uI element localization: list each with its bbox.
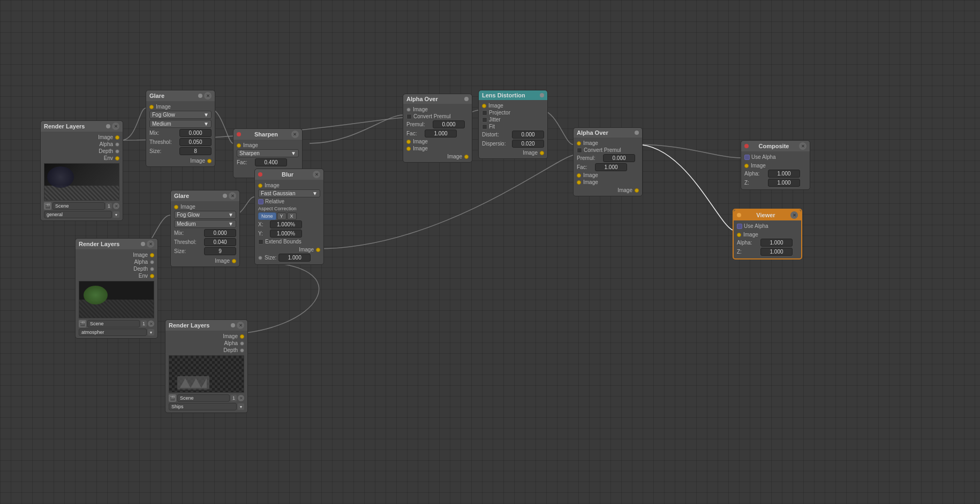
composite-close[interactable]: ✕ xyxy=(799,142,806,150)
blur-aspect-none[interactable]: None xyxy=(258,212,276,220)
glare-1-close[interactable]: ✕ xyxy=(204,92,212,100)
render-layers-2-scene-close[interactable]: ✕ xyxy=(148,320,154,327)
alpha-over-2-body: Image Convert Premul Premul: 0.000 Fac: … xyxy=(574,138,642,196)
glare-2-type[interactable]: Fog Glow ▼ xyxy=(174,211,236,219)
blur-extend-check[interactable] xyxy=(258,239,263,245)
alpha-over-1-premul[interactable]: 0.000 xyxy=(433,120,465,128)
render-layers-3-close[interactable]: ✕ xyxy=(237,322,244,329)
alpha-over-1-image-out-socket[interactable] xyxy=(464,155,469,159)
blur-image-in-socket[interactable] xyxy=(258,184,262,188)
glare-1-image-in-socket[interactable] xyxy=(149,105,154,109)
lens-distortion-node: Lens Distortion Image Projector Jitter F… xyxy=(478,90,548,159)
glare-1-type[interactable]: Fog Glow ▼ xyxy=(149,111,212,119)
lens-distortion-distort[interactable]: 0.000 xyxy=(512,131,544,139)
blur-image-out-socket[interactable] xyxy=(316,248,320,252)
composite-use-alpha-row: Use Alpha xyxy=(744,154,806,161)
lens-distortion-body: Image Projector Jitter Fit Distort: 0.00… xyxy=(479,100,547,158)
render-layers-1-scene-bar: 🎬 Scene 1 ✕ xyxy=(44,202,119,210)
blur-x[interactable]: 1.000% xyxy=(270,220,302,228)
render-layers-3-alpha-socket[interactable] xyxy=(240,341,244,346)
sharpen-image-in-socket[interactable] xyxy=(237,143,241,148)
sharpen-title: Sharpen xyxy=(254,131,278,138)
render-layers-1-alpha-socket[interactable] xyxy=(115,142,119,147)
blur-aspect-x[interactable]: X xyxy=(287,212,297,220)
render-layers-2-alpha-socket[interactable] xyxy=(150,260,154,264)
alpha-over-2-fac-row: Fac: 1.000 xyxy=(577,163,639,172)
composite-z[interactable]: 1.000 xyxy=(768,179,800,187)
render-layers-1-scene[interactable]: Scene xyxy=(52,202,105,210)
glare-1-image-out-socket[interactable] xyxy=(207,159,212,163)
render-layers-1-env-socket[interactable] xyxy=(115,156,119,161)
alpha-over-2-convert-check[interactable] xyxy=(577,148,582,153)
glare-2-close[interactable]: ✕ xyxy=(229,192,236,200)
glare-2-image-out-socket[interactable] xyxy=(232,259,236,263)
render-layers-2-scene[interactable]: Scene xyxy=(87,320,140,327)
glare-2-threshold[interactable]: 0.040 xyxy=(204,238,236,246)
lens-distortion-projector-check[interactable] xyxy=(482,110,487,116)
sharpen-type[interactable]: Sharpen ▼ xyxy=(237,149,299,157)
alpha-over-2-image3-in-socket[interactable] xyxy=(577,180,581,185)
render-layers-2-layer[interactable]: atmospher xyxy=(79,329,147,336)
composite-use-alpha-check[interactable] xyxy=(744,155,750,160)
viewer-z[interactable]: 1.000 xyxy=(760,248,793,256)
render-layers-1-layer[interactable]: general xyxy=(44,211,112,218)
glare-2-image-in-socket[interactable] xyxy=(174,205,178,209)
viewer-image-in-socket[interactable] xyxy=(737,233,741,237)
alpha-over-2-premul[interactable]: 0.000 xyxy=(603,154,635,162)
blur-extend-label: Extend Bounds xyxy=(265,239,301,245)
blur-type[interactable]: Fast Gaussian ▼ xyxy=(258,189,320,197)
render-layers-3-depth-socket[interactable] xyxy=(240,348,244,353)
render-layers-2-image-socket[interactable] xyxy=(150,253,154,257)
render-layers-2-close[interactable]: ✕ xyxy=(147,240,154,248)
viewer-close[interactable]: ✕ xyxy=(790,211,798,219)
alpha-over-2-image-out-socket[interactable] xyxy=(635,188,639,193)
render-layers-3-scene[interactable]: Scene xyxy=(177,394,230,402)
glare-2-size[interactable]: 9 xyxy=(204,247,236,255)
render-layers-1-image-socket[interactable] xyxy=(115,135,119,140)
render-layers-3-header: Render Layers ✕ xyxy=(165,320,247,331)
alpha-over-2-fac[interactable]: 1.000 xyxy=(595,163,627,171)
blur-aspect-y[interactable]: Y xyxy=(277,212,287,220)
render-layers-1-scene-close[interactable]: ✕ xyxy=(113,203,119,209)
render-layers-3-scene-num: 1 xyxy=(231,395,237,401)
viewer-alpha[interactable]: 1.000 xyxy=(760,239,793,247)
alpha-over-1-node: Alpha Over Image Convert Premul Premul: … xyxy=(403,94,472,163)
viewer-use-alpha-check[interactable] xyxy=(737,224,742,229)
glare-1-mix[interactable]: 0.000 xyxy=(179,129,212,137)
blur-close[interactable]: ✕ xyxy=(313,171,320,178)
blur-size[interactable]: 1.000 xyxy=(278,254,311,262)
render-layers-3-layer-bar: Ships ▼ xyxy=(169,403,244,410)
glare-2-mix[interactable]: 0.000 xyxy=(204,229,236,237)
render-layers-3-image-socket[interactable] xyxy=(240,334,244,339)
lens-distortion-image-out-socket[interactable] xyxy=(540,151,544,155)
render-layers-1-depth-socket[interactable] xyxy=(115,149,119,154)
blur-y[interactable]: 1.000% xyxy=(270,230,302,238)
alpha-over-1-fac[interactable]: 1.000 xyxy=(425,129,457,138)
blur-relative-check[interactable] xyxy=(258,199,263,204)
render-layers-3-scene-close[interactable]: ✕ xyxy=(238,395,244,401)
glare-1-size[interactable]: 8 xyxy=(179,147,212,155)
render-layers-3-layer[interactable]: Ships xyxy=(169,403,237,410)
alpha-over-2-image1-in-socket[interactable] xyxy=(577,141,581,146)
alpha-over-2-image2-in-socket[interactable] xyxy=(577,173,581,178)
glare-1-threshold[interactable]: 0.050 xyxy=(179,138,212,146)
sharpen-fac[interactable]: 0.400 xyxy=(255,158,287,166)
render-layers-2-scene-bar: 🎬 Scene 1 ✕ xyxy=(79,320,154,327)
composite-image-in-socket[interactable] xyxy=(744,164,749,168)
blur-size-in-socket[interactable] xyxy=(258,256,262,260)
sharpen-close[interactable]: ✕ xyxy=(291,131,299,138)
lens-distortion-fit-check[interactable] xyxy=(482,124,487,129)
alpha-over-1-image1-in-socket[interactable] xyxy=(406,108,411,112)
composite-alpha[interactable]: 1.000 xyxy=(768,170,800,178)
alpha-over-1-convert-check[interactable] xyxy=(406,114,412,119)
alpha-over-1-image2-in-socket[interactable] xyxy=(406,140,411,144)
alpha-over-1-image3-in-socket[interactable] xyxy=(406,147,411,151)
render-layers-2-env-socket[interactable] xyxy=(150,274,154,278)
render-layers-1-close[interactable]: ✕ xyxy=(112,123,119,130)
lens-distortion-dispersion[interactable]: 0.020 xyxy=(512,140,544,148)
lens-distortion-image-in-socket[interactable] xyxy=(482,104,486,108)
glare-2-quality[interactable]: Medium ▼ xyxy=(174,220,236,228)
glare-1-quality[interactable]: Medium ▼ xyxy=(149,120,212,128)
lens-distortion-jitter-check[interactable] xyxy=(482,117,487,123)
render-layers-2-depth-socket[interactable] xyxy=(150,267,154,271)
